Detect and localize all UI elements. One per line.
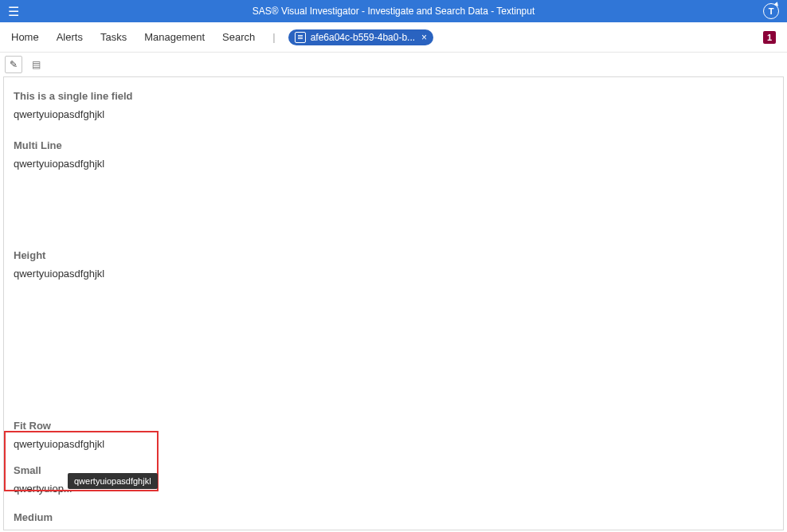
field-height: Height qwertyuiopasdfghjkl — [14, 249, 773, 280]
tab-label: afe6a04c-b559-4ba0-b... — [311, 32, 415, 43]
field-value: qwertyuiopasdfghjkl — [14, 530, 104, 530]
field-value: qwertyuiopasdfghjkl — [14, 268, 104, 280]
nav-divider: | — [272, 31, 275, 43]
field-value: qwertyuiopasdfghjkl — [14, 158, 104, 170]
notification-badge[interactable]: 1 — [763, 31, 776, 44]
timer-icon[interactable]: T — [763, 3, 779, 19]
nav-search[interactable]: Search — [222, 31, 255, 43]
app-header: ☰ SAS® Visual Investigator - Investigate… — [0, 0, 787, 22]
field-value: qwertyuiopasdfghjkl — [14, 108, 104, 120]
field-label: This is a single line field — [14, 90, 773, 102]
active-tab-pill[interactable]: afe6a04c-b559-4ba0-b... × — [288, 29, 433, 45]
nav-management[interactable]: Management — [144, 31, 205, 43]
tooltip-text: qwertyuiopasdfghjkl — [74, 476, 151, 486]
app-title: SAS® Visual Investigator - Investigate a… — [253, 6, 535, 17]
nav-alerts[interactable]: Alerts — [57, 31, 83, 43]
field-value: qwertyuiopasdfghjkl — [14, 438, 104, 450]
document-icon — [295, 32, 306, 43]
toolbar: ✎ ▤ — [0, 53, 787, 76]
field-single-line: This is a single line field qwertyuiopas… — [14, 90, 773, 120]
hamburger-icon[interactable]: ☰ — [8, 4, 24, 19]
field-medium: Medium qwertyuiopasdfghjkl — [14, 511, 773, 530]
nav-tasks[interactable]: Tasks — [100, 31, 127, 43]
content-panel: This is a single line field qwertyuiopas… — [3, 76, 784, 530]
grid-button[interactable]: ▤ — [27, 56, 45, 73]
nav-bar: Home Alerts Tasks Management Search | af… — [0, 22, 787, 53]
tooltip: qwertyuiopasdfghjkl — [68, 473, 158, 489]
edit-button[interactable]: ✎ — [5, 56, 22, 73]
close-icon[interactable]: × — [421, 32, 427, 43]
nav-home[interactable]: Home — [11, 31, 39, 43]
grid-icon: ▤ — [32, 59, 41, 70]
field-label: Multi Line — [14, 139, 773, 151]
field-label: Medium — [14, 511, 773, 523]
field-fit-row: Fit Row qwertyuiopasdfghjkl — [14, 420, 773, 450]
field-multi-line: Multi Line qwertyuiopasdfghjkl — [14, 139, 773, 170]
field-value: qwertyuiop... — [14, 483, 72, 495]
pencil-icon: ✎ — [10, 59, 18, 70]
field-label: Fit Row — [14, 420, 773, 432]
field-label: Height — [14, 249, 773, 261]
